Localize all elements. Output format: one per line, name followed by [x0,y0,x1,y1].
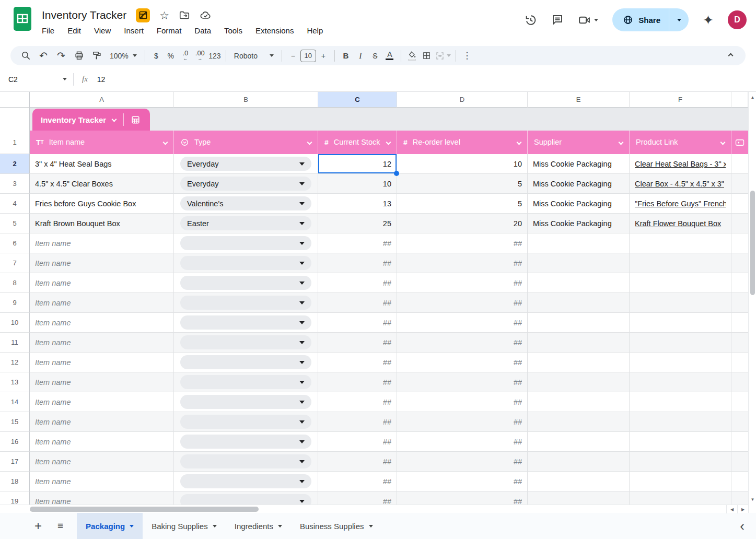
cell-C18[interactable]: ## [318,472,397,491]
meet-call-control[interactable] [578,14,598,27]
column-header-A[interactable]: A [30,92,174,108]
cell-F4[interactable]: "Fries Before Guys" French Fr [630,194,731,214]
row-header-3[interactable]: 3 [0,174,30,194]
cell-A8[interactable]: Item name [30,273,174,293]
print-button[interactable] [70,48,88,64]
cell-D8[interactable]: ## [397,273,528,293]
decrease-font-size-button[interactable]: − [286,48,300,64]
cell-E11[interactable] [528,333,630,353]
type-dropdown-chip[interactable] [180,474,311,488]
increase-decimal-button[interactable]: .00→ [193,48,207,64]
cell-A4[interactable]: Fries before Guys Cookie Box [30,194,174,214]
column-menu-chevron-icon[interactable] [163,140,168,145]
hide-menus-chevron-icon[interactable] [722,48,739,64]
formula-input[interactable]: 12 [97,75,106,84]
cell-E9[interactable] [528,293,630,313]
cell-G8[interactable] [731,273,748,293]
row-header-11[interactable]: 11 [0,333,30,353]
cell-B8[interactable] [174,273,318,293]
column-header-B[interactable]: B [174,92,318,108]
sheet-tab-business-supplies[interactable]: Business Supplies [291,513,382,539]
cell-F12[interactable] [630,353,731,372]
table-header-supplier[interactable]: Supplier [528,131,630,154]
cell-A18[interactable]: Item name [30,472,174,491]
column-header-C[interactable]: C [318,92,397,108]
cell-D2[interactable]: 10 [397,154,528,174]
menu-edit[interactable]: Edit [67,26,81,35]
table-options-icon[interactable] [124,109,147,131]
account-avatar[interactable]: D [728,10,747,29]
cell-A11[interactable]: Item name [30,333,174,353]
table-header-item-name[interactable]: TTItem name [30,131,174,154]
cell-E12[interactable] [528,353,630,372]
horizontal-scrollbar[interactable]: ◀ ▶ [0,505,748,513]
row-header-18[interactable]: 18 [0,472,30,491]
column-header-D[interactable]: D [397,92,528,108]
decrease-decimal-button[interactable]: .0← [178,48,193,64]
cell-D5[interactable]: 20 [397,214,528,233]
row-header-9[interactable]: 9 [0,293,30,313]
row-header-16[interactable]: 16 [0,432,30,452]
cell-D13[interactable]: ## [397,372,528,392]
cell-C4[interactable]: 13 [318,194,397,214]
select-all-corner[interactable] [0,92,30,108]
cell-C16[interactable]: ## [318,432,397,452]
cell-A3[interactable]: 4.5" x 4.5" Clear Boxes [30,174,174,194]
cell-E15[interactable] [528,412,630,432]
cell-F10[interactable] [630,313,731,333]
name-box[interactable]: C2 [8,75,67,84]
cell-C10[interactable]: ## [318,313,397,333]
cell-E8[interactable] [528,273,630,293]
all-sheets-menu-icon[interactable]: ≡ [57,520,63,532]
table-header-partial[interactable] [731,131,748,154]
type-dropdown-chip[interactable] [180,454,311,468]
row-header-6[interactable]: 6 [0,233,30,253]
cell-D10[interactable]: ## [397,313,528,333]
cell-B16[interactable] [174,432,318,452]
cell-G15[interactable] [731,412,748,432]
cell-E10[interactable] [528,313,630,333]
cell-E4[interactable]: Miss Cookie Packaging [528,194,630,214]
cell-E14[interactable] [528,392,630,412]
fill-color-button[interactable] [405,48,420,64]
cell-B13[interactable] [174,372,318,392]
cell-F3[interactable]: Clear Box - 4.5" x 4.5" x 3" [630,174,731,194]
cell-F8[interactable] [630,273,731,293]
cell-F13[interactable] [630,372,731,392]
row-header-7[interactable]: 7 [0,253,30,273]
menu-file[interactable]: File [42,26,54,35]
cell-E5[interactable]: Miss Cookie Packaging [528,214,630,233]
cell-B5[interactable]: Easter [174,214,318,233]
cell-F15[interactable] [630,412,731,432]
cell-F7[interactable] [630,253,731,273]
row-header-12[interactable]: 12 [0,353,30,372]
cell-E17[interactable] [528,452,630,472]
cell-E6[interactable] [528,233,630,253]
type-dropdown-chip[interactable] [180,315,311,330]
product-link[interactable]: Clear Box - 4.5" x 4.5" x 3" [635,180,726,188]
add-sheet-button[interactable]: + [34,519,42,533]
cell-G18[interactable] [731,472,748,491]
sheet-tab-packaging[interactable]: Packaging [77,513,143,539]
cell-G13[interactable] [731,372,748,392]
number-format-button[interactable]: 123 [207,48,222,64]
comments-icon[interactable] [551,14,564,26]
scroll-down-icon[interactable]: ▼ [749,495,756,503]
cell-D12[interactable]: ## [397,353,528,372]
bold-button[interactable]: B [339,48,353,64]
sheet-tab-ingredients[interactable]: Ingredients [226,513,291,539]
gemini-sparkle-icon[interactable]: ✦ [703,13,714,28]
tab-menu-arrow-icon[interactable] [278,525,282,528]
cell-A14[interactable]: Item name [30,392,174,412]
column-header-E[interactable]: E [528,92,630,108]
cell-D6[interactable]: ## [397,233,528,253]
cell-E2[interactable]: Miss Cookie Packaging [528,154,630,174]
cell-C14[interactable]: ## [318,392,397,412]
undo-button[interactable]: ↶ [34,48,52,64]
type-dropdown-chip[interactable] [180,395,311,409]
row-header-13[interactable]: 13 [0,372,30,392]
cell-D17[interactable]: ## [397,452,528,472]
cell-E7[interactable] [528,253,630,273]
cell-A17[interactable]: Item name [30,452,174,472]
paint-format-button[interactable] [88,48,106,64]
